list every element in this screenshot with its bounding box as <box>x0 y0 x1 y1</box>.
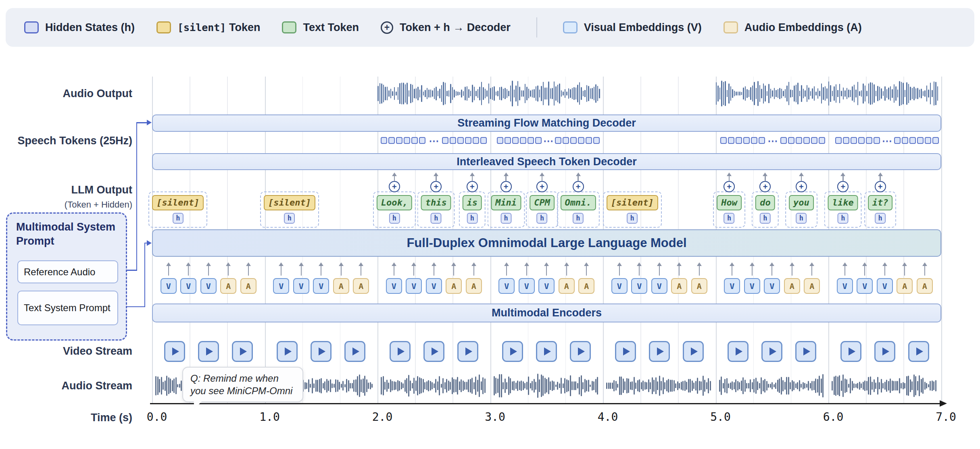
speech-token-square <box>535 137 542 144</box>
waveform-bar <box>641 382 642 389</box>
waveform-bar <box>741 92 742 95</box>
waveform-bar <box>581 375 582 396</box>
legend-label-visual-embeddings: Visual Embeddings (V) <box>584 21 702 34</box>
waveform-bar <box>524 383 525 389</box>
waveform-bar <box>565 89 566 98</box>
waveform-bar <box>472 85 473 103</box>
up-arrow-head-icon <box>226 262 231 266</box>
waveform-bar <box>554 81 555 106</box>
waveform-bar <box>583 91 584 96</box>
text-token-unit: +CPMh <box>508 173 576 233</box>
waveform-bar <box>852 86 853 100</box>
video-frame-button <box>457 341 478 362</box>
up-arrow-shaft <box>924 265 925 276</box>
up-arrow-shaft <box>472 175 473 181</box>
waveform-bar <box>584 90 586 97</box>
legend-label-hidden-states: Hidden States (h) <box>45 21 135 34</box>
waveform-bar <box>593 381 594 390</box>
waveform-bar <box>484 378 486 393</box>
speech-token-square <box>578 137 584 144</box>
speech-token-square <box>520 137 526 144</box>
waveform-bar <box>781 89 782 98</box>
waveform-bar <box>396 91 397 96</box>
audio-embeddings-swatch-icon <box>724 21 738 33</box>
hidden-state-box: h <box>760 213 771 224</box>
play-icon <box>916 347 923 355</box>
speech-token-square <box>419 137 425 144</box>
waveform-bar <box>741 380 742 391</box>
ellipsis-dots: ⋯ <box>880 136 894 146</box>
gridlines-layer <box>0 0 980 449</box>
waveform-bar <box>764 379 765 392</box>
waveform-bar <box>612 382 613 389</box>
waveform-bar <box>304 382 306 389</box>
text-token: How <box>717 195 742 210</box>
waveform-bar <box>564 378 565 393</box>
waveform-bar <box>835 376 836 396</box>
waveform-bar <box>841 91 842 96</box>
waveform-bar <box>637 380 638 391</box>
waveform-bar <box>786 377 787 395</box>
waveform-bar <box>510 378 511 393</box>
speech-token-square <box>404 137 410 144</box>
waveform-bar <box>437 381 438 390</box>
waveform-bar <box>355 379 357 392</box>
play-icon <box>882 347 889 355</box>
speech-token-square <box>866 137 872 144</box>
hidden-state-box: h <box>284 213 295 224</box>
waveform-bar <box>903 83 904 104</box>
waveform-bar <box>857 383 858 389</box>
waveform-bar <box>666 380 667 391</box>
waveform-bar <box>861 90 862 97</box>
up-arrow-shaft <box>542 175 542 181</box>
waveform-bar <box>825 86 826 101</box>
video-frame-button <box>164 341 185 362</box>
waveform-bar <box>477 89 479 98</box>
legend-item-visual-embeddings: Visual Embeddings (V) <box>563 21 702 34</box>
waveform-bar <box>892 89 893 98</box>
waveform-bar <box>159 379 160 393</box>
up-arrow-shaft <box>453 265 454 276</box>
legend-item-audio-embeddings: Audio Embeddings (A) <box>724 21 862 34</box>
waveform-bar <box>775 382 776 389</box>
video-frame-button <box>536 341 557 362</box>
waveform-bar <box>644 382 646 390</box>
waveform-bar <box>403 83 404 105</box>
waveform-bar <box>785 89 786 98</box>
waveform-bar <box>506 382 507 390</box>
waveform-bar <box>510 85 511 102</box>
waveform-bar <box>806 384 807 388</box>
legend-divider <box>536 17 537 37</box>
waveform-bar <box>339 382 340 390</box>
waveform-bar <box>494 86 495 100</box>
waveform-bar <box>552 88 553 99</box>
bubble-tail-icon <box>192 401 203 409</box>
waveform-bar <box>794 85 795 102</box>
audio-embedding-box: A <box>446 278 462 294</box>
waveform-bar <box>724 379 726 392</box>
speech-token-square <box>796 137 802 144</box>
ellipsis-dots: ⋯ <box>542 136 555 146</box>
up-arrow-head-icon <box>524 262 529 266</box>
waveform-bar <box>778 89 779 98</box>
waveform-bar <box>517 380 518 391</box>
ref-audio-connector-segment <box>136 122 148 123</box>
waveform-bar <box>394 87 395 100</box>
waveform-bar <box>772 90 773 97</box>
up-arrow-head-icon <box>763 173 767 176</box>
waveform-bar <box>932 380 933 391</box>
multimodal-encoders-bar: Multimodal Encoders <box>152 303 941 322</box>
waveform-bar <box>424 382 425 390</box>
waveform-bar <box>879 87 880 101</box>
waveform-bar <box>328 380 329 391</box>
waveform-bar <box>530 383 531 389</box>
visual-embedding-box: V <box>764 278 780 294</box>
video-frame-button <box>232 341 253 362</box>
waveform-bar <box>463 91 464 96</box>
waveform-bar <box>468 379 469 392</box>
waveform-bar <box>924 382 926 390</box>
waveform-bar <box>692 380 693 391</box>
waveform-bar <box>563 91 564 96</box>
waveform-bar <box>492 87 493 100</box>
waveform-bar <box>590 385 591 387</box>
